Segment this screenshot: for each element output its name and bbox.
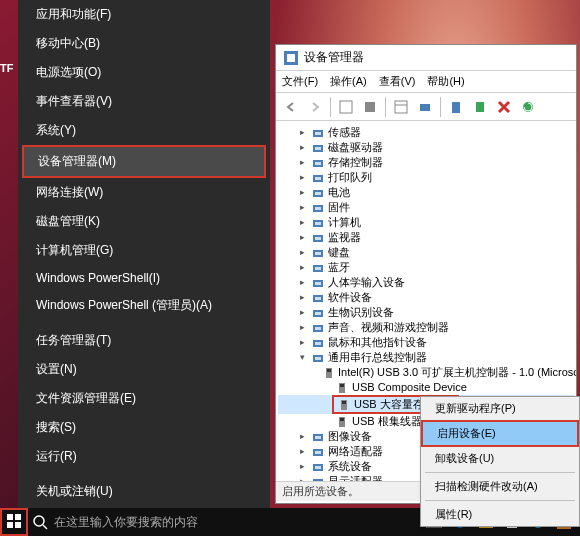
winx-menu: 应用和功能(F) 移动中心(B) 电源选项(O) 事件查看器(V) 系统(Y) …: [18, 0, 270, 508]
tree-node[interactable]: ▸传感器: [278, 125, 574, 140]
winx-powershell[interactable]: Windows PowerShell(I): [18, 265, 270, 291]
winx-power[interactable]: 电源选项(O): [18, 58, 270, 87]
ctx-uninstall[interactable]: 卸载设备(U): [421, 447, 579, 470]
enable-button[interactable]: [471, 98, 489, 116]
expand-icon[interactable]: ▸: [296, 230, 308, 245]
winx-settings[interactable]: 设置(N): [18, 355, 270, 384]
expand-icon[interactable]: ▾: [296, 350, 308, 365]
winx-shutdown[interactable]: 关机或注销(U): [18, 477, 270, 506]
svg-rect-19: [315, 192, 321, 195]
tree-node[interactable]: ▸磁盘驱动器: [278, 140, 574, 155]
svg-rect-15: [315, 162, 321, 165]
uninstall-button[interactable]: [495, 98, 513, 116]
svg-rect-25: [315, 237, 321, 240]
expand-icon[interactable]: ▸: [296, 320, 308, 335]
svg-rect-7: [452, 102, 460, 113]
expand-icon[interactable]: ▸: [296, 305, 308, 320]
tree-node[interactable]: ▸蓝牙: [278, 260, 574, 275]
tree-node[interactable]: ▸计算机: [278, 215, 574, 230]
tree-child[interactable]: Intel(R) USB 3.0 可扩展主机控制器 - 1.0 (Microso…: [278, 365, 574, 380]
usb-icon: [335, 415, 349, 429]
winx-diskmgmt[interactable]: 磁盘管理(K): [18, 207, 270, 236]
svg-rect-23: [315, 222, 321, 225]
ctx-update-driver[interactable]: 更新驱动程序(P): [421, 397, 579, 420]
expand-icon[interactable]: ▸: [296, 260, 308, 275]
tree-node[interactable]: ▸鼠标和其他指针设备: [278, 335, 574, 350]
ctx-enable-highlighted: 启用设备(E): [421, 420, 579, 447]
winx-eventviewer[interactable]: 事件查看器(V): [18, 87, 270, 116]
winx-network[interactable]: 网络连接(W): [18, 178, 270, 207]
back-button[interactable]: [282, 98, 300, 116]
svg-rect-55: [315, 466, 321, 469]
device-icon: [311, 321, 325, 335]
expand-icon[interactable]: ▸: [296, 459, 308, 474]
tree-node[interactable]: ▾通用串行总线控制器: [278, 350, 574, 365]
winx-mobility[interactable]: 移动中心(B): [18, 29, 270, 58]
ctx-properties[interactable]: 属性(R): [421, 503, 579, 526]
toolbar-button[interactable]: [447, 98, 465, 116]
tree-child[interactable]: USB Composite Device: [278, 380, 574, 395]
tree-node[interactable]: ▸打印队列: [278, 170, 574, 185]
expand-icon[interactable]: ▸: [296, 170, 308, 185]
device-icon: [311, 445, 325, 459]
ctx-separator: [425, 472, 575, 473]
expand-icon[interactable]: ▸: [296, 429, 308, 444]
svg-rect-2: [340, 101, 352, 113]
expand-icon[interactable]: ▸: [296, 185, 308, 200]
svg-rect-61: [15, 514, 21, 520]
tree-node[interactable]: ▸声音、视频和游戏控制器: [278, 320, 574, 335]
winx-explorer[interactable]: 文件资源管理器(E): [18, 384, 270, 413]
winx-taskmgr[interactable]: 任务管理器(T): [18, 326, 270, 355]
expand-icon[interactable]: ▸: [296, 200, 308, 215]
toolbar-button[interactable]: [337, 98, 355, 116]
forward-button[interactable]: [306, 98, 324, 116]
menu-help[interactable]: 帮助(H): [427, 74, 464, 89]
winx-compmgmt[interactable]: 计算机管理(G): [18, 236, 270, 265]
expand-icon[interactable]: ▸: [296, 290, 308, 305]
toolbar-button[interactable]: [361, 98, 379, 116]
expand-icon[interactable]: ▸: [296, 215, 308, 230]
expand-icon[interactable]: ▸: [296, 155, 308, 170]
expand-icon[interactable]: ▸: [296, 125, 308, 140]
tree-node[interactable]: ▸存储控制器: [278, 155, 574, 170]
toolbar-button[interactable]: [392, 98, 410, 116]
tree-node[interactable]: ▸键盘: [278, 245, 574, 260]
expand-icon[interactable]: ▸: [296, 275, 308, 290]
tree-node[interactable]: ▸软件设备: [278, 290, 574, 305]
tree-node[interactable]: ▸监视器: [278, 230, 574, 245]
device-icon: [311, 460, 325, 474]
menu-view[interactable]: 查看(V): [379, 74, 416, 89]
svg-rect-37: [315, 327, 321, 330]
tree-node[interactable]: ▸固件: [278, 200, 574, 215]
menu-file[interactable]: 文件(F): [282, 74, 318, 89]
expand-icon[interactable]: ▸: [296, 245, 308, 260]
window-titlebar[interactable]: 设备管理器: [276, 45, 576, 71]
tree-label: 软件设备: [328, 290, 372, 305]
ctx-scan[interactable]: 扫描检测硬件改动(A): [421, 475, 579, 498]
menubar: 文件(F) 操作(A) 查看(V) 帮助(H): [276, 71, 576, 93]
winx-powershell-admin[interactable]: Windows PowerShell (管理员)(A): [18, 291, 270, 320]
tree-node[interactable]: ▸生物识别设备: [278, 305, 574, 320]
device-icon: [311, 141, 325, 155]
expand-icon[interactable]: ▸: [296, 444, 308, 459]
winx-run[interactable]: 运行(R): [18, 442, 270, 471]
ctx-enable-device[interactable]: 启用设备(E): [423, 422, 577, 445]
winx-device-manager[interactable]: 设备管理器(M): [24, 147, 264, 176]
scan-button[interactable]: [416, 98, 434, 116]
expand-icon[interactable]: ▸: [296, 335, 308, 350]
search-box[interactable]: 在这里输入你要搜索的内容: [32, 514, 198, 531]
refresh-button[interactable]: [519, 98, 537, 116]
svg-rect-41: [315, 357, 321, 360]
menu-action[interactable]: 操作(A): [330, 74, 367, 89]
tree-node[interactable]: ▸电池: [278, 185, 574, 200]
svg-point-64: [34, 516, 44, 526]
winx-system[interactable]: 系统(Y): [18, 116, 270, 145]
winx-apps[interactable]: 应用和功能(F): [18, 0, 270, 29]
usb-icon: [335, 381, 349, 395]
start-button[interactable]: [7, 514, 21, 531]
winx-search[interactable]: 搜索(S): [18, 413, 270, 442]
expand-icon[interactable]: ▸: [296, 140, 308, 155]
tree-label: 计算机: [328, 215, 361, 230]
tree-node[interactable]: ▸人体学输入设备: [278, 275, 574, 290]
device-icon: [311, 276, 325, 290]
